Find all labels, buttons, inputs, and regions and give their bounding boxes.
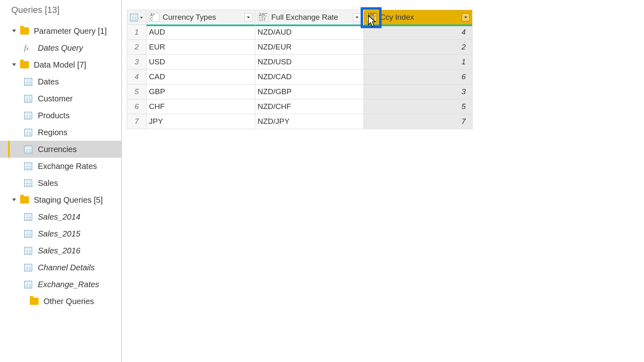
cell[interactable]: NZD/USD: [255, 55, 364, 70]
row-number[interactable]: 1: [127, 25, 147, 40]
table-icon: [24, 264, 32, 272]
cell[interactable]: 7: [364, 114, 473, 129]
row-number[interactable]: 6: [127, 99, 147, 114]
folder-icon: [30, 298, 39, 305]
column-header[interactable]: ABC123Ccy Index: [364, 10, 473, 25]
table-icon: [24, 95, 32, 103]
column-name: Full Exchange Rate: [271, 13, 338, 22]
folder-icon: [20, 27, 29, 35]
row-number[interactable]: 2: [127, 40, 147, 55]
data-grid[interactable]: Aᴮ CCurrency TypesABC123Full Exchange Ra…: [127, 10, 473, 129]
query-item[interactable]: Customer: [0, 90, 121, 107]
expand-caret-icon[interactable]: [10, 61, 18, 68]
cell[interactable]: 3: [364, 84, 473, 99]
folder-icon: [20, 61, 29, 68]
cell[interactable]: EUR: [147, 40, 255, 55]
cell[interactable]: 1: [364, 55, 473, 70]
query-item[interactable]: Channel Details: [0, 259, 121, 276]
cell[interactable]: NZD/CAD: [255, 70, 364, 84]
query-label: Regions: [38, 128, 67, 137]
group-label: Other Queries: [43, 297, 94, 306]
table-row[interactable]: 1AUDNZD/AUD4: [127, 25, 473, 40]
table-row[interactable]: 6CHFNZD/CHF5: [127, 99, 473, 114]
data-type-icon[interactable]: ABC123: [366, 13, 377, 22]
table-row[interactable]: 4CADNZD/CAD6: [127, 70, 473, 84]
table-icon: [130, 14, 138, 21]
query-item[interactable]: fxDates Query: [0, 39, 121, 56]
query-label: Sales: [38, 179, 58, 188]
query-label: Currencies: [38, 145, 77, 154]
cell[interactable]: 6: [364, 70, 473, 84]
folder-icon: [20, 196, 29, 204]
query-item[interactable]: Dates: [0, 73, 121, 90]
table-icon: [24, 179, 32, 187]
query-item[interactable]: Sales_2016: [0, 242, 121, 259]
data-preview-area: Aᴮ CCurrency TypesABC123Full Exchange Ra…: [122, 0, 644, 362]
select-all-corner[interactable]: [127, 10, 147, 25]
column-name: Ccy Index: [380, 13, 414, 22]
cell[interactable]: GBP: [147, 84, 255, 99]
data-type-icon[interactable]: ABC123: [258, 13, 268, 22]
query-group[interactable]: Staging Queries [5]: [0, 191, 121, 208]
query-item[interactable]: Regions: [0, 124, 121, 141]
query-label: Exchange_Rates: [38, 280, 99, 289]
expand-caret-icon[interactable]: [10, 196, 18, 204]
cell[interactable]: NZD/CHF: [255, 99, 364, 114]
cell[interactable]: JPY: [147, 114, 255, 129]
table-row[interactable]: 5GBPNZD/GBP3: [127, 84, 473, 99]
cell[interactable]: NZD/EUR: [255, 40, 364, 55]
column-header[interactable]: ABC123Full Exchange Rate: [255, 10, 364, 25]
column-filter-button[interactable]: [353, 13, 361, 21]
column-name: Currency Types: [163, 13, 216, 22]
data-type-icon[interactable]: Aᴮ C: [149, 13, 159, 22]
query-item[interactable]: Sales_2015: [0, 225, 121, 242]
row-number[interactable]: 4: [127, 70, 147, 84]
cell[interactable]: USD: [147, 55, 255, 70]
table-icon: [24, 78, 32, 86]
table-icon: [24, 146, 32, 153]
query-item[interactable]: Currencies: [0, 141, 121, 158]
column-filter-button[interactable]: [462, 13, 470, 21]
row-number[interactable]: 7: [127, 114, 147, 129]
query-item[interactable]: Sales_2014: [0, 208, 121, 225]
expand-caret-icon[interactable]: [10, 27, 18, 35]
query-item[interactable]: Products: [0, 107, 121, 124]
column-header[interactable]: Aᴮ CCurrency Types: [147, 10, 255, 25]
row-number[interactable]: 3: [127, 55, 147, 70]
cell[interactable]: NZD/JPY: [255, 114, 364, 129]
cell[interactable]: NZD/AUD: [255, 25, 364, 40]
row-number[interactable]: 5: [127, 84, 147, 99]
table-row[interactable]: 2EURNZD/EUR2: [127, 40, 473, 55]
query-label: Sales_2014: [38, 212, 80, 222]
cell[interactable]: CAD: [147, 70, 255, 84]
query-label: Dates: [38, 77, 59, 86]
table-icon: [24, 230, 32, 238]
table-icon: [24, 129, 32, 136]
query-label: Products: [38, 111, 70, 120]
query-group[interactable]: Other Queries: [0, 293, 121, 310]
cell[interactable]: AUD: [147, 25, 255, 40]
query-item[interactable]: Exchange Rates: [0, 158, 121, 175]
table-icon: [24, 213, 32, 221]
query-item[interactable]: Sales: [0, 175, 121, 191]
cell[interactable]: 2: [364, 40, 473, 55]
cell[interactable]: CHF: [147, 99, 255, 114]
table-row[interactable]: 3USDNZD/USD1: [127, 55, 473, 70]
queries-pane-header: Queries [13]: [0, 2, 121, 23]
query-label: Dates Query: [38, 43, 83, 53]
fx-icon: fx: [24, 44, 33, 52]
cell[interactable]: 5: [364, 99, 473, 114]
query-group[interactable]: Parameter Query [1]: [0, 23, 121, 39]
cell[interactable]: NZD/GBP: [255, 84, 364, 99]
table-row[interactable]: 7JPYNZD/JPY7: [127, 114, 473, 129]
query-label: Customer: [38, 94, 73, 103]
query-label: Sales_2015: [38, 229, 80, 239]
query-item[interactable]: Exchange_Rates: [0, 276, 121, 293]
queries-sidebar: Queries [13] Parameter Query [1]fxDates …: [0, 0, 122, 362]
column-filter-button[interactable]: [244, 13, 252, 21]
query-group[interactable]: Data Model [7]: [0, 56, 121, 73]
query-label: Sales_2016: [38, 246, 80, 255]
group-label: Parameter Query [1]: [34, 27, 107, 36]
queries-pane-title: Queries [13]: [11, 5, 60, 15]
cell[interactable]: 4: [364, 25, 473, 40]
